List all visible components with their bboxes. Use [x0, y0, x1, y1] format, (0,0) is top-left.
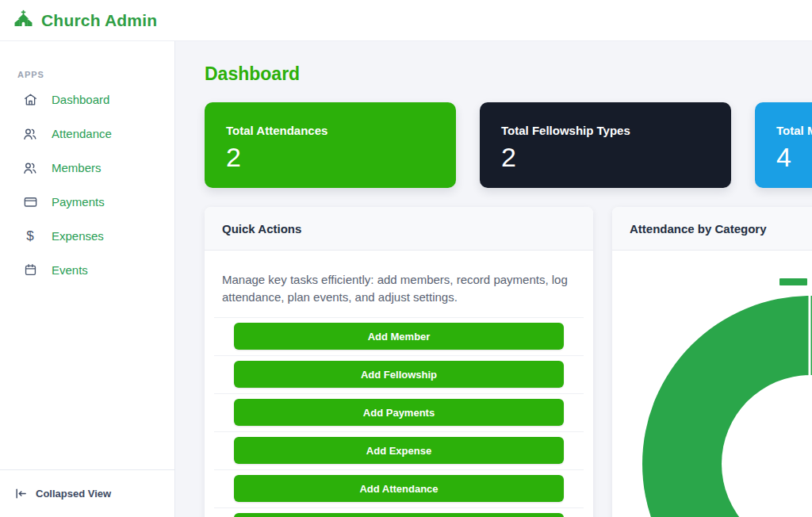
partial-action-button[interactable]: [234, 513, 564, 517]
quick-actions-title: Quick Actions: [222, 222, 301, 236]
dollar-icon: $: [22, 228, 38, 244]
sidebar-item-label: Dashboard: [52, 93, 109, 106]
sidebar-item-label: Expenses: [52, 229, 104, 243]
attendance-chart-header: Attendance by Category: [612, 207, 812, 251]
stat-card-total-fellowship-types[interactable]: Total Fellowship Types 2: [480, 102, 731, 188]
doughnut-chart[interactable]: [604, 258, 812, 517]
sidebar-item-label: Payments: [52, 195, 105, 209]
people-icon: [22, 160, 38, 176]
quick-actions-description: Manage key tasks efficiently: add member…: [222, 271, 576, 306]
stats-row: Total Attendances 2 Total Fellowship Typ…: [205, 102, 812, 188]
stat-label: Total Attendances: [226, 124, 435, 137]
list-item: Add Expense: [214, 431, 584, 469]
panels-row: Quick Actions Manage key tasks efficient…: [205, 207, 812, 517]
collapse-arrow-icon: [14, 487, 28, 500]
people-icon: [22, 126, 38, 142]
app-window: Church Admin APPS Dashboard Attendance: [0, 0, 812, 517]
stat-card-total-attendances[interactable]: Total Attendances 2: [205, 102, 456, 188]
sidebar-item-payments[interactable]: Payments: [0, 185, 174, 219]
sidebar-item-dashboard[interactable]: Dashboard: [0, 82, 174, 117]
stat-value: 2: [501, 142, 710, 173]
page-title: Dashboard: [205, 63, 812, 85]
stat-value: 4: [776, 142, 812, 173]
attendance-chart-panel: Attendance by Category: [612, 207, 812, 517]
quick-actions-body: Manage key tasks efficiently: add member…: [205, 251, 593, 517]
sidebar-item-label: Attendance: [52, 127, 112, 140]
add-payments-button[interactable]: Add Payments: [234, 399, 564, 426]
stat-card-total-members[interactable]: Total Members 4: [755, 102, 812, 188]
add-member-button[interactable]: Add Member: [234, 323, 564, 350]
quick-actions-header: Quick Actions: [205, 207, 593, 251]
attendance-chart-body: [612, 251, 812, 517]
list-item: Add Member: [214, 317, 584, 355]
church-logo-icon: [13, 10, 34, 31]
sidebar-item-attendance[interactable]: Attendance: [0, 117, 174, 151]
slice-separator: [809, 294, 811, 377]
main-content: Dashboard Total Attendances 2 Total Fell…: [175, 41, 812, 517]
top-header: Church Admin: [0, 0, 812, 41]
sidebar-item-label: Members: [52, 161, 102, 174]
stat-value: 2: [226, 142, 435, 173]
credit-card-icon: [22, 194, 38, 210]
list-item: Add Fellowship: [214, 355, 584, 393]
app-title: Church Admin: [41, 11, 157, 30]
collapse-label: Collapsed View: [36, 488, 111, 500]
sidebar: APPS Dashboard Attendance: [0, 41, 175, 517]
quick-actions-panel: Quick Actions Manage key tasks efficient…: [205, 207, 593, 517]
sidebar-item-members[interactable]: Members: [0, 151, 174, 185]
add-fellowship-button[interactable]: Add Fellowship: [234, 361, 564, 388]
sidebar-item-label: Events: [52, 263, 88, 277]
list-item: [214, 507, 584, 517]
calendar-icon: [22, 262, 38, 278]
home-icon: [22, 92, 38, 108]
sidebar-section-label: APPS: [17, 70, 174, 79]
sidebar-item-events[interactable]: Events: [0, 253, 174, 287]
stat-label: Total Members: [776, 124, 812, 137]
sidebar-item-expenses[interactable]: $ Expenses: [0, 219, 174, 253]
list-item: Add Attendance: [214, 469, 584, 507]
list-item: Add Payments: [214, 393, 584, 431]
stat-label: Total Fellowship Types: [501, 124, 710, 137]
collapse-sidebar-button[interactable]: Collapsed View: [0, 469, 174, 517]
add-attendance-button[interactable]: Add Attendance: [234, 475, 564, 502]
attendance-chart-title: Attendance by Category: [630, 222, 767, 236]
add-expense-button[interactable]: Add Expense: [234, 437, 564, 464]
